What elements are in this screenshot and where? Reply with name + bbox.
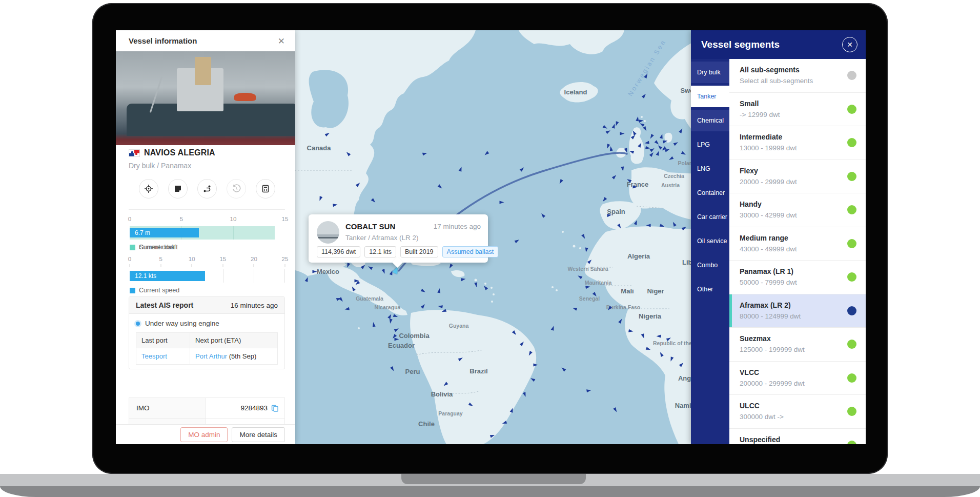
map-country-label: Czechia: [664, 173, 684, 179]
next-port-eta: (5th Sep): [227, 352, 256, 360]
vessel-marker[interactable]: [609, 146, 612, 151]
vessel-marker[interactable]: [657, 335, 661, 338]
vessel-marker[interactable]: [646, 224, 651, 227]
tick-label: 5: [180, 216, 183, 222]
route-icon: [202, 184, 212, 193]
vessel-marker[interactable]: [500, 201, 504, 204]
sub-segment-label: Aframax (LR 2): [740, 301, 866, 309]
sub-segment-row[interactable]: Unspecified: [729, 429, 866, 445]
sub-segment-row[interactable]: Medium range 43000 - 49999 dwt: [729, 227, 866, 261]
last-port-link[interactable]: Teesport: [141, 352, 167, 360]
segment-tab[interactable]: Other: [691, 279, 729, 300]
segment-tab[interactable]: Combo: [691, 254, 729, 276]
draft-ticks: 051015: [130, 216, 285, 224]
segment-tabs: Dry bulkTankerChemicalLPGLNGContainerCar…: [691, 59, 729, 444]
calculator-icon: [261, 185, 270, 193]
draft-legend: Current draftSummer draft: [130, 244, 285, 251]
panel-title: Vessel information: [129, 36, 197, 45]
notes-button[interactable]: [168, 179, 188, 198]
sub-segment-row[interactable]: All sub-segments Select all sub-segments: [729, 59, 866, 93]
tick-label: 10: [189, 256, 195, 262]
map-country-label: Mali: [621, 287, 634, 295]
map-country-label: Nigeria: [639, 312, 661, 320]
segment-tab[interactable]: Tanker: [691, 86, 729, 107]
vessel-thumbnail: [317, 221, 339, 244]
popup-chip: Assumed ballast: [442, 246, 499, 257]
vessel-marker[interactable]: [621, 167, 624, 172]
sub-segment-row[interactable]: Handy 30000 - 42999 dwt: [729, 193, 866, 227]
sub-segment-row[interactable]: Intermediate 13000 - 19999 dwt: [729, 126, 866, 160]
more-details-button[interactable]: More details: [232, 427, 285, 442]
imo-label: IMO: [129, 398, 206, 418]
panel-footer: MO admin More details: [116, 424, 295, 444]
segment-tab[interactable]: Container: [691, 182, 729, 204]
vessel-details-table: IMO 9284893: [129, 397, 285, 425]
ports-table: Last port Next port (ETA) Teesport Port …: [136, 332, 278, 365]
sub-segment-range: 30000 - 42999 dwt: [740, 211, 866, 219]
popup-vessel-name: COBALT SUN: [345, 222, 395, 231]
sub-segment-range: 20000 - 29999 dwt: [740, 178, 866, 186]
segment-tab[interactable]: LNG: [691, 158, 729, 180]
sub-segment-row[interactable]: Suezmax 125000 - 199999 dwt: [729, 328, 866, 362]
vessel-marker[interactable]: [313, 270, 317, 273]
sub-segment-range: Select all sub-segments: [740, 77, 866, 85]
vessel-marker[interactable]: [372, 322, 375, 327]
sub-segment-range: 43000 - 49999 dwt: [740, 245, 866, 253]
locate-button[interactable]: [139, 179, 158, 198]
speed-legend: Current speed: [130, 287, 285, 294]
divider: [129, 209, 285, 210]
map-country-label: Algeria: [627, 252, 650, 260]
vessel-marker[interactable]: [395, 338, 399, 341]
copy-icon[interactable]: [271, 405, 278, 412]
sub-segment-row[interactable]: VLCC 200000 - 299999 dwt: [729, 362, 866, 395]
tick-mark: [222, 264, 223, 267]
sub-segment-row[interactable]: Flexy 20000 - 29999 dwt: [729, 160, 866, 194]
route-button[interactable]: [197, 179, 217, 198]
vessel-marker[interactable]: [474, 283, 478, 288]
vessel-type: Dry bulk / Panamax: [129, 162, 191, 170]
sub-segment-row[interactable]: Aframax (LR 2) 80000 - 124999 dwt: [729, 294, 866, 328]
vessel-marker[interactable]: [438, 305, 443, 308]
map-country-label: Guyana: [449, 323, 469, 329]
tick-mark: [160, 264, 161, 267]
segment-tab[interactable]: Car carrier: [691, 206, 729, 228]
history-icon: [232, 184, 241, 193]
sub-segment-status-dot[interactable]: [847, 105, 856, 114]
vessel-marker[interactable]: [628, 329, 634, 333]
sub-segment-range: 50000 - 79999 dwt: [740, 279, 866, 286]
tick-mark: [192, 264, 192, 267]
sub-segment-status-dot[interactable]: [847, 239, 856, 248]
calculator-button[interactable]: [256, 179, 275, 198]
sub-segment-row[interactable]: Small -> 12999 dwt: [729, 93, 866, 127]
panama-flag-icon: [129, 149, 140, 157]
history-button[interactable]: [227, 179, 246, 198]
popup-report-time: 17 minutes ago: [434, 223, 481, 230]
vessel-marker[interactable]: [534, 364, 538, 367]
tick-mark: [130, 264, 130, 267]
sub-segment-status-dot[interactable]: [847, 373, 856, 383]
next-port-link[interactable]: Port Arthur: [195, 352, 227, 360]
sub-segment-row[interactable]: ULCC 300000 dwt ->: [729, 395, 866, 429]
sub-segment-row[interactable]: Panamax (LR 1) 50000 - 79999 dwt: [729, 261, 866, 294]
segment-tab[interactable]: Chemical: [691, 110, 729, 131]
close-circle-icon[interactable]: ✕: [842, 37, 858, 52]
segment-tab[interactable]: LPG: [691, 134, 729, 155]
popup-chip: 12.1 kts: [364, 246, 396, 257]
map-country-label: Bolivia: [431, 390, 453, 398]
legend-item: Current speed: [130, 287, 179, 294]
vessel-marker[interactable]: [633, 186, 638, 189]
segment-tab[interactable]: Dry bulk: [691, 62, 729, 83]
map-country-label: Austria: [661, 182, 680, 188]
mo-admin-button[interactable]: MO admin: [180, 427, 228, 442]
sub-segment-label: Unspecified: [740, 435, 866, 444]
ais-title: Latest AIS report: [136, 301, 193, 309]
close-icon[interactable]: ✕: [275, 35, 288, 48]
sub-segment-status-dot[interactable]: [847, 172, 856, 181]
tick-label: 5: [159, 256, 162, 262]
sub-segment-label: Medium range: [740, 234, 866, 242]
notes-icon: [174, 185, 182, 193]
vessel-marker[interactable]: [620, 132, 625, 135]
segment-tab[interactable]: Oil service: [691, 230, 729, 252]
sub-segment-status-dot[interactable]: [847, 306, 856, 315]
popup-chip: 114,396 dwt: [317, 246, 360, 257]
